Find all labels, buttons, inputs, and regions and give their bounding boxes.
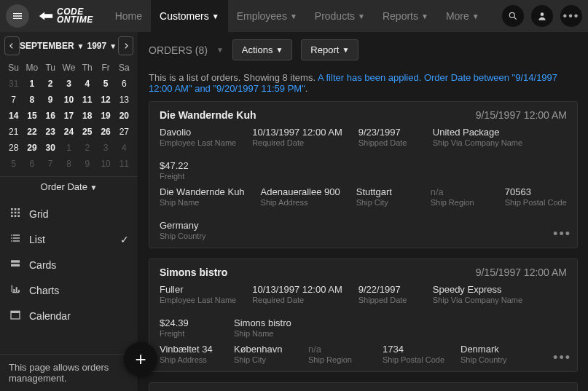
calendar-day[interactable]: 15 <box>23 108 41 124</box>
calendar-day[interactable]: 20 <box>115 108 133 124</box>
calendar-day[interactable]: 13 <box>115 92 133 108</box>
calendar-day[interactable]: 2 <box>42 76 60 92</box>
search-button[interactable] <box>502 5 524 27</box>
view-grid[interactable]: Grid <box>0 201 138 226</box>
calendar-year[interactable]: 1997 <box>87 41 106 51</box>
shipped-value: 9/23/1997 <box>358 127 417 138</box>
calendar-day[interactable]: 21 <box>4 124 23 140</box>
nav-label: More <box>446 10 469 22</box>
calendar-dow: Fr <box>96 60 114 76</box>
calendar-day[interactable]: 19 <box>96 108 114 124</box>
calendar-day[interactable]: 22 <box>23 124 41 140</box>
view-list[interactable]: List✓ <box>0 226 138 252</box>
calendar-day[interactable]: 7 <box>4 92 23 108</box>
calendar-day[interactable]: 28 <box>4 140 23 156</box>
calendar-day[interactable]: 23 <box>42 124 60 140</box>
logo-text-2: ONTIME <box>57 16 93 24</box>
calendar-day: 10 <box>96 156 114 172</box>
nav-home[interactable]: Home <box>106 0 151 32</box>
order-card[interactable]: Frankenversand 9/16/1997 12:00 AM Peacoc… <box>149 382 578 391</box>
calendar-day[interactable]: 5 <box>96 76 114 92</box>
nav-employees[interactable]: Employees▼ <box>228 0 306 32</box>
calendar-day[interactable]: 26 <box>96 124 114 140</box>
calendar-dow: Sa <box>115 60 133 76</box>
report-button[interactable]: Report ▼ <box>301 39 358 60</box>
calendar-day[interactable]: 29 <box>23 140 41 156</box>
via-value: Speedy Express <box>433 284 522 295</box>
filter-suffix: . <box>305 83 308 94</box>
calendar-day: 8 <box>60 156 78 172</box>
order-card[interactable]: Simons bistro 9/15/1997 12:00 AM FullerE… <box>149 258 578 372</box>
order-title: Die Wandernde Kuh <box>160 109 256 121</box>
calendar-day[interactable]: 30 <box>42 140 60 156</box>
add-button[interactable]: + <box>124 342 157 376</box>
view-calendar[interactable]: Calendar <box>0 303 138 328</box>
nav-products[interactable]: Products▼ <box>306 0 374 32</box>
caret-down-icon: ▼ <box>90 183 98 191</box>
order-card[interactable]: Die Wandernde Kuh 9/15/1997 12:00 AM Dav… <box>149 101 578 248</box>
card-more-button[interactable]: ••• <box>553 350 571 366</box>
overflow-button[interactable]: ••• <box>560 5 582 27</box>
prev-month-button[interactable] <box>4 36 20 55</box>
overflow-icon: ••• <box>563 9 580 23</box>
calendar-day[interactable]: 10 <box>60 92 78 108</box>
chevron-right-icon <box>122 42 130 50</box>
calendar-icon <box>9 309 22 323</box>
shipped-label: Shipped Date <box>358 296 417 304</box>
calendar-dow: Mo <box>23 60 41 76</box>
calendar-day[interactable]: 14 <box>4 108 23 124</box>
view-label: List <box>29 234 45 245</box>
freight-label: Freight <box>160 329 218 338</box>
month-caret-icon: ▼ <box>77 42 85 50</box>
nav-more[interactable]: More▼ <box>437 0 488 32</box>
calendar-day[interactable]: 1 <box>23 76 41 92</box>
check-icon: ✓ <box>120 234 129 245</box>
shipped-value: 9/22/1997 <box>358 284 417 295</box>
calendar-day[interactable]: 4 <box>78 76 96 92</box>
calendar-day[interactable]: 27 <box>115 124 133 140</box>
region-label: Ship Region <box>308 355 366 364</box>
emp-value: Davolio <box>160 127 236 138</box>
postal-value: 70563 <box>505 186 567 197</box>
card-more-button[interactable]: ••• <box>553 226 571 242</box>
shipped-label: Shipped Date <box>358 138 417 147</box>
emp-label: Employee Last Name <box>160 138 236 147</box>
actions-label: Actions <box>242 44 273 55</box>
user-button[interactable] <box>531 5 553 27</box>
city-label: Ship City <box>234 355 292 364</box>
view-cards[interactable]: Cards <box>0 252 138 277</box>
postal-label: Ship Postal Code <box>505 198 567 207</box>
calendar-day[interactable]: 17 <box>60 108 78 124</box>
calendar-day[interactable]: 8 <box>23 92 41 108</box>
calendar-month[interactable]: SEPTEMBER <box>20 41 74 51</box>
view-charts[interactable]: Charts <box>0 277 138 303</box>
calendar-day[interactable]: 18 <box>78 108 96 124</box>
calendar-day[interactable]: 24 <box>60 124 78 140</box>
report-label: Report <box>310 44 339 55</box>
nav-customers[interactable]: Customers▼ <box>151 0 228 32</box>
menu-button[interactable] <box>6 4 29 28</box>
order-date: 9/15/1997 12:00 AM <box>476 109 567 121</box>
svg-point-1 <box>541 12 544 16</box>
next-month-button[interactable] <box>118 36 133 55</box>
req-value: 10/13/1997 12:00 AM <box>252 284 342 295</box>
calendar-day[interactable]: 6 <box>115 76 133 92</box>
caret-down-icon: ▼ <box>275 46 283 54</box>
calendar-day[interactable]: 25 <box>78 124 96 140</box>
order-date-label: Order Date <box>41 181 87 192</box>
breadcrumb-orders[interactable]: ORDERS (8) <box>149 44 208 56</box>
calendar-day[interactable]: 12 <box>96 92 114 108</box>
calendar-day[interactable]: 11 <box>78 92 96 108</box>
addr-value: Vinbæltet 34 <box>160 344 218 355</box>
shipname-value: Die Wandernde Kuh <box>160 186 245 197</box>
order-date-dropdown[interactable]: Order Date ▼ <box>0 176 138 197</box>
calendar-day[interactable]: 9 <box>42 92 60 108</box>
region-label: Ship Region <box>431 198 489 207</box>
region-value: n/a <box>308 344 366 355</box>
logo: CODE ONTIME <box>38 8 93 24</box>
calendar-day[interactable]: 3 <box>60 76 78 92</box>
actions-button[interactable]: Actions ▼ <box>232 39 293 60</box>
calendar-day[interactable]: 16 <box>42 108 60 124</box>
shipname-label: Ship Name <box>160 198 245 207</box>
nav-reports[interactable]: Reports▼ <box>374 0 437 32</box>
